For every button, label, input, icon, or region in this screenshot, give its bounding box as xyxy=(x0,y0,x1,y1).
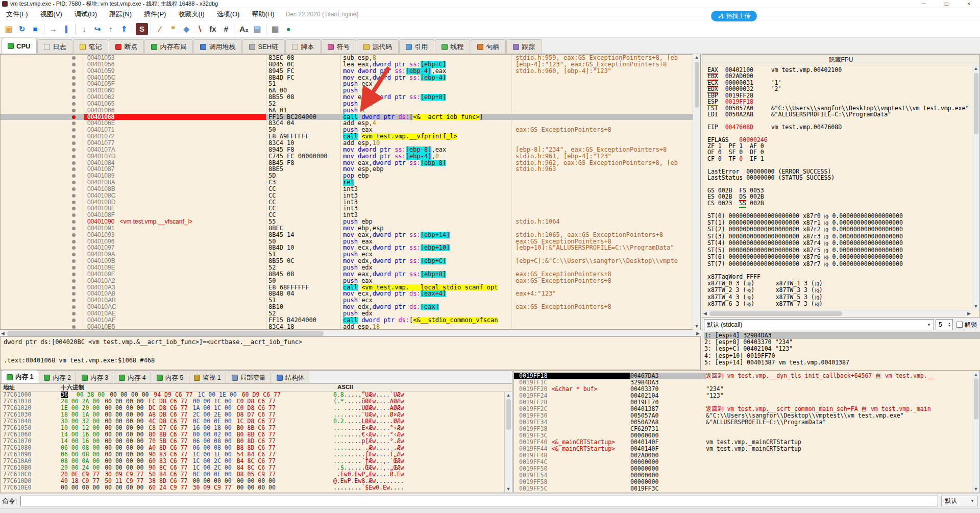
breakpoint-gutter[interactable] xyxy=(1,166,84,173)
registers-vscrollbar[interactable]: ▲ ▼ xyxy=(972,65,979,310)
disasm-row[interactable]: 0040108BCCint3 xyxy=(1,186,700,192)
tab-线程[interactable]: 线程 xyxy=(435,39,470,54)
stack-row[interactable]: 0019FF20<&char * buf>00403370"234" xyxy=(514,386,979,393)
argument-row[interactable]: 4: [esp+10] 0019FF70 xyxy=(704,353,980,359)
breakpoint-gutter[interactable] xyxy=(1,317,84,324)
disasm-row[interactable]: 0040107DC745 FC 00000000mov dword ptr ss… xyxy=(1,153,700,160)
breakpoint-gutter[interactable] xyxy=(1,310,84,317)
breakpoint-gutter[interactable] xyxy=(1,173,84,179)
dump-pane[interactable]: 内存 1内存 2内存 3内存 4内存 5监视 1局部变量结构体 地址 十六进制 … xyxy=(0,370,512,493)
breakpoint-gutter[interactable] xyxy=(1,232,84,238)
breakpoint-dot[interactable] xyxy=(72,69,76,73)
breakpoint-gutter[interactable] xyxy=(1,61,84,68)
breakpoint-dot[interactable] xyxy=(72,194,76,198)
close-debuggee-icon[interactable]: ■ xyxy=(29,23,41,35)
unlock-checkbox[interactable]: 解锁 xyxy=(954,321,979,329)
breakpoint-dot[interactable] xyxy=(72,181,76,184)
breakpoint-dot[interactable] xyxy=(72,292,76,296)
stack-row[interactable]: 0019FF38CF629731 xyxy=(514,426,979,432)
disasm-row[interactable]: 004010AFFF15 B4204000call dword ptr ds:[… xyxy=(1,317,700,324)
register-list[interactable]: EAX 00402100 vm test.vmp.00402100EBX 002… xyxy=(702,65,979,309)
disasm-row[interactable]: 0040108AC3ret xyxy=(1,179,700,186)
tab-跟踪[interactable]: 跟踪 xyxy=(506,39,542,54)
register-line[interactable]: x87TagWord FFFF xyxy=(707,274,979,280)
breakpoint-gutter[interactable] xyxy=(1,245,84,251)
breakpoint-dot[interactable] xyxy=(72,187,76,191)
dump-row[interactable]: 77C610E000 00 00 0000 00 00 0060 24 C9 7… xyxy=(1,484,512,491)
disasm-row[interactable]: 004010AE52push edx xyxy=(1,310,700,317)
breakpoint-dot[interactable] xyxy=(72,266,76,270)
register-line[interactable]: ST(0) 00000000000000000000 x87r0 空 0.000… xyxy=(707,213,979,219)
breakpoint-gutter[interactable] xyxy=(1,304,84,310)
breakpoint-dot[interactable] xyxy=(72,121,76,125)
register-line[interactable]: x87TW_2 3 (空) x87TW_3 3 (空) xyxy=(707,287,979,294)
tab-CPU[interactable]: CPU xyxy=(1,38,37,54)
breakpoint-gutter[interactable] xyxy=(1,251,84,258)
disasm-row[interactable]: 0040107A8945 F8mov dword ptr ss:[ebp-8],… xyxy=(1,146,700,153)
breakpoint-gutter[interactable] xyxy=(1,297,84,304)
drag-upload-badge[interactable]: 拖拽上传 xyxy=(711,11,757,21)
tab-内存4[interactable]: 内存 4 xyxy=(114,372,151,383)
menu-跟踪N[interactable]: 跟踪(N) xyxy=(103,9,138,20)
breakpoint-gutter[interactable] xyxy=(1,278,84,284)
menu-帮助H[interactable]: 帮助(H) xyxy=(246,9,280,20)
snowman-icon[interactable]: # xyxy=(220,23,232,35)
breakpoint-gutter[interactable] xyxy=(1,212,84,218)
disasm-row[interactable]: 004010AC8B10mov edx,dword ptr ds:[eax]ea… xyxy=(1,304,700,310)
disasm-row[interactable]: 004010628B55 08mov edx,dword ptr ss:[ebp… xyxy=(1,94,700,101)
stack-row[interactable]: 0019FF340050A2A8&"ALLUSERSPROFILE=C:\\Pr… xyxy=(514,419,979,426)
step-into-icon[interactable]: ↓ xyxy=(78,23,90,35)
breakpoint-gutter[interactable] xyxy=(1,192,84,199)
breakpoint-dot[interactable] xyxy=(72,109,76,112)
hide-fpu-button[interactable]: 隐藏FPU xyxy=(702,55,979,65)
menu-视图V[interactable]: 视图(V) xyxy=(34,9,68,20)
breakpoint-gutter[interactable] xyxy=(1,290,84,297)
assemble-icon[interactable]: A₂ xyxy=(238,23,250,35)
tab-内存1[interactable]: 内存 1 xyxy=(2,370,38,383)
register-line[interactable] xyxy=(707,308,979,309)
register-line[interactable]: LastStatus 00000000 (STATUS_SUCCESS) xyxy=(707,175,979,181)
breakpoint-gutter[interactable] xyxy=(1,120,84,127)
command-profile-dropdown[interactable]: 默认 ▼ xyxy=(941,496,978,506)
breakpoint-gutter[interactable] xyxy=(1,133,84,140)
breakpoint-dot[interactable] xyxy=(72,155,76,158)
disasm-row[interactable]: 004010568D45 0Clea eax,dword ptr ss:[ebp… xyxy=(1,61,700,68)
scroll-thumb[interactable] xyxy=(974,73,978,134)
scroll-thumb[interactable] xyxy=(695,62,699,108)
disasm-row[interactable]: 0040108CCCint3 xyxy=(1,192,700,199)
tab-符号[interactable]: 符号 xyxy=(321,39,356,54)
breakpoint-gutter[interactable] xyxy=(1,186,84,192)
register-line[interactable]: ST(1) 00000000000000000000 x87r1 空 0.000… xyxy=(707,219,979,226)
function-icon[interactable]: fx xyxy=(207,23,219,35)
tab-内存布局[interactable]: 内存布局 xyxy=(144,39,193,54)
breakpoint-gutter[interactable] xyxy=(1,81,84,87)
argument-row[interactable]: 3: [esp+C] 00402104 "123" xyxy=(704,346,980,352)
breakpoint-dot[interactable] xyxy=(72,95,76,99)
breakpoint-dot[interactable] xyxy=(72,319,76,322)
breakpoint-gutter[interactable] xyxy=(1,94,84,101)
disassembly-pane[interactable]: 0040105383EC 08sub esp,8stdio.h:959, eax… xyxy=(0,54,701,330)
breakpoint-gutter[interactable] xyxy=(1,153,84,160)
tab-日志[interactable]: 日志 xyxy=(37,39,72,54)
breakpoint-dot[interactable] xyxy=(72,240,76,243)
tab-内存2[interactable]: 内存 2 xyxy=(39,372,76,383)
disasm-row[interactable]: 004010918BECmov ebp,esp xyxy=(1,225,700,232)
step-over-icon[interactable]: ↪ xyxy=(91,23,104,35)
breakpoint-dot[interactable] xyxy=(72,128,76,132)
breakpoint-gutter[interactable] xyxy=(1,114,84,120)
argument-row[interactable]: 5: [esp+14] 00401387 vm test.vmp.0040138… xyxy=(704,359,980,366)
disasm-row[interactable]: 0040105383EC 08sub esp,8stdio.h:959, eax… xyxy=(1,55,700,61)
breakpoint-dot[interactable] xyxy=(72,233,76,237)
disasm-row[interactable]: 0040107783C4 10add esp,10 xyxy=(1,140,700,146)
breakpoint-gutter[interactable] xyxy=(1,284,84,291)
breakpoint-dot[interactable] xyxy=(72,305,76,309)
breakpoint-gutter[interactable] xyxy=(1,146,84,153)
scroll-thumb[interactable] xyxy=(709,311,842,316)
arguments-list[interactable]: 1: [esp+4] 32984DA32: [esp+8] 00403370 "… xyxy=(702,332,980,370)
tab-句柄[interactable]: 句柄 xyxy=(471,39,506,54)
tab-结构体[interactable]: 结构体 xyxy=(272,372,310,383)
stack-row[interactable]: 0019FF5400000000 xyxy=(514,472,979,479)
register-line[interactable]: ST(6) 00000000000000000000 x87r6 空 0.000… xyxy=(707,254,979,260)
register-line[interactable]: x87TW_0 3 (空) x87TW_1 3 (空) xyxy=(707,280,979,287)
breakpoint-gutter[interactable] xyxy=(1,264,84,271)
